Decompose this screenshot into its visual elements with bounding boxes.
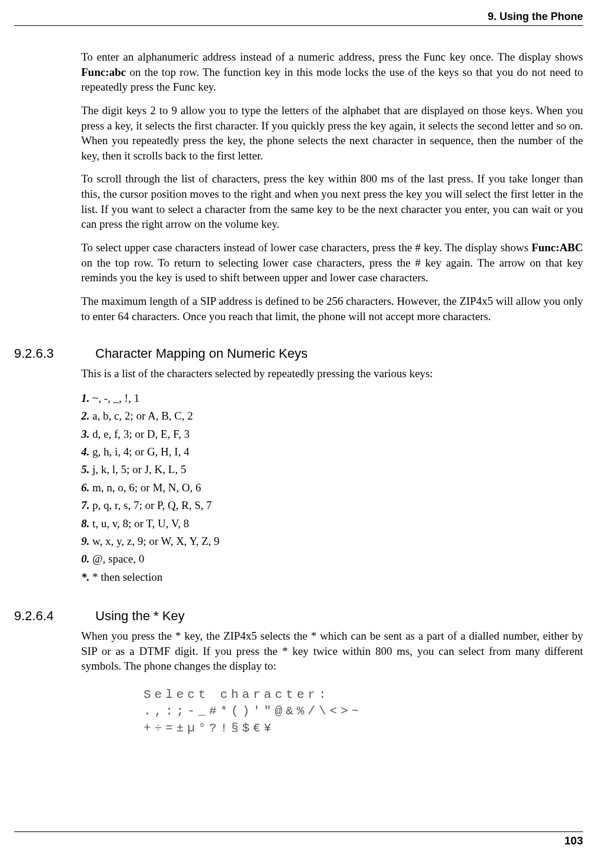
lcd-display: Select character: .,:;-_#*()'"@&%/\<>~ +…: [144, 687, 583, 737]
section-title: Character Mapping on Numeric Keys: [95, 346, 308, 361]
section-number: 9.2.6.4: [14, 608, 95, 624]
section-number: 9.2.6.3: [14, 346, 95, 361]
paragraph-3: To scroll through the list of characters…: [81, 171, 583, 232]
func-abc-label: Func:abc: [81, 66, 126, 78]
list-item: 2. a, b, c, 2; or A, B, C, 2: [81, 407, 583, 425]
paragraph-4b: on the top row. To return to selecting l…: [81, 257, 583, 284]
page: 9. Using the Phone To enter an alphanume…: [0, 0, 616, 865]
running-head: 9. Using the Phone: [14, 11, 583, 26]
list-item-key: 3.: [81, 428, 89, 440]
list-item-key: 5.: [81, 463, 89, 475]
paragraph-4a: To select upper case characters instead …: [81, 241, 531, 254]
paragraph-2: The digit keys 2 to 9 allow you to type …: [81, 103, 583, 164]
page-number: 103: [564, 834, 583, 847]
section-heading: 9.2.6.3 Character Mapping on Numeric Key…: [14, 346, 583, 361]
list-item: 0. @, space, 0: [81, 550, 583, 568]
paragraph-1a: To enter an alphanumeric address instead…: [81, 51, 583, 63]
func-ABC-label: Func:ABC: [531, 241, 583, 254]
list-item-key: *.: [81, 571, 89, 583]
page-footer: 103: [14, 831, 583, 847]
list-item-text: @, space, 0: [89, 553, 144, 565]
list-item: *. * then selection: [81, 568, 583, 586]
list-item-text: p, q, r, s, 7; or P, Q, R, S, 7: [89, 499, 212, 511]
list-item-key: 6.: [81, 481, 89, 494]
list-item: 3. d, e, f, 3; or D, E, F, 3: [81, 425, 583, 443]
list-item-text: ~, -, _, !, 1: [89, 392, 139, 404]
list-item-key: 2.: [81, 410, 89, 422]
list-item-key: 0.: [81, 553, 89, 565]
list-item: 7. p, q, r, s, 7; or P, Q, R, S, 7: [81, 497, 583, 514]
list-item-text: g, h, i, 4; or G, H, I, 4: [89, 445, 189, 458]
list-item-text: a, b, c, 2; or A, B, C, 2: [89, 410, 193, 422]
list-item-text: m, n, o, 6; or M, N, O, 6: [89, 481, 201, 494]
list-item-key: 4.: [81, 445, 89, 458]
list-item-text: t, u, v, 8; or T, U, V, 8: [89, 517, 189, 530]
list-item: 1. ~, -, _, !, 1: [81, 390, 583, 407]
paragraph-5: The maximum length of a SIP address is d…: [81, 294, 583, 324]
paragraph-4: To select upper case characters instead …: [81, 240, 583, 285]
body-column: To enter an alphanumeric address instead…: [81, 49, 583, 324]
list-item-key: 7.: [81, 499, 89, 511]
list-item-text: j, k, l, 5; or J, K, L, 5: [89, 463, 186, 475]
list-item-text: d, e, f, 3; or D, E, F, 3: [89, 428, 189, 440]
list-item-key: 1.: [81, 392, 89, 404]
list-item: 4. g, h, i, 4; or G, H, I, 4: [81, 443, 583, 461]
list-item: 5. j, k, l, 5; or J, K, L, 5: [81, 461, 583, 478]
list-item: 8. t, u, v, 8; or T, U, V, 8: [81, 515, 583, 533]
list-item-text: w, x, y, z, 9; or W, X, Y, Z, 9: [89, 535, 219, 547]
list-item: 6. m, n, o, 6; or M, N, O, 6: [81, 479, 583, 497]
paragraph-1: To enter an alphanumeric address instead…: [81, 49, 583, 95]
character-mapping-list: 1. ~, -, _, !, 12. a, b, c, 2; or A, B, …: [81, 390, 583, 586]
section-character-mapping: 9.2.6.3 Character Mapping on Numeric Key…: [14, 346, 583, 586]
list-item-key: 9.: [81, 535, 89, 547]
section-heading: 9.2.6.4 Using the * Key: [14, 608, 583, 624]
list-item-text: * then selection: [89, 571, 162, 583]
section2-intro: When you press the * key, the ZIP4x5 sel…: [81, 628, 583, 674]
section-title: Using the * Key: [95, 608, 185, 624]
paragraph-1b: on the top row. The function key in this…: [81, 66, 583, 94]
section1-intro: This is a list of the characters selecte…: [81, 366, 583, 381]
list-item-key: 8.: [81, 517, 89, 530]
list-item: 9. w, x, y, z, 9; or W, X, Y, Z, 9: [81, 533, 583, 550]
section-star-key: 9.2.6.4 Using the * Key When you press t…: [14, 608, 583, 737]
